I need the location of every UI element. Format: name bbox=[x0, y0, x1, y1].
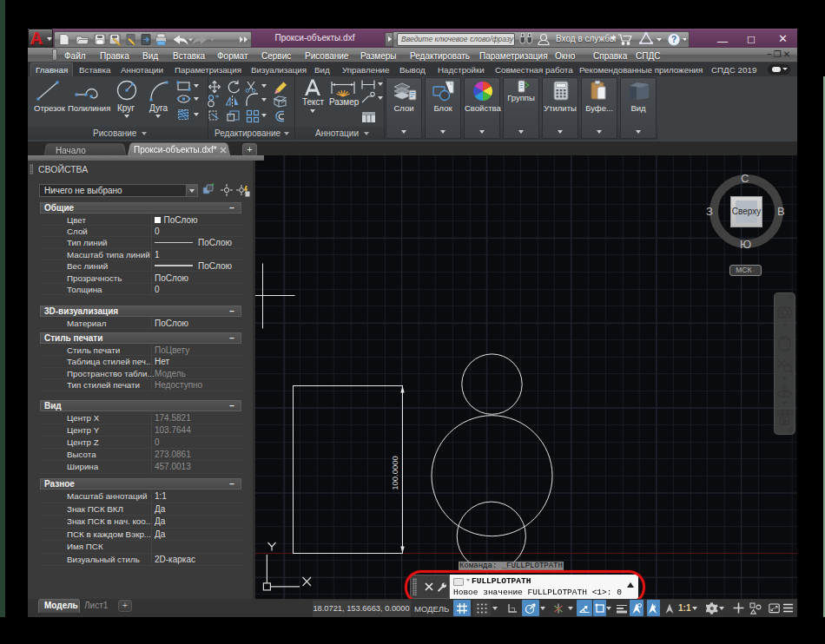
svg-text:?: ? bbox=[671, 35, 676, 44]
svg-text:100.0000: 100.0000 bbox=[390, 456, 399, 490]
